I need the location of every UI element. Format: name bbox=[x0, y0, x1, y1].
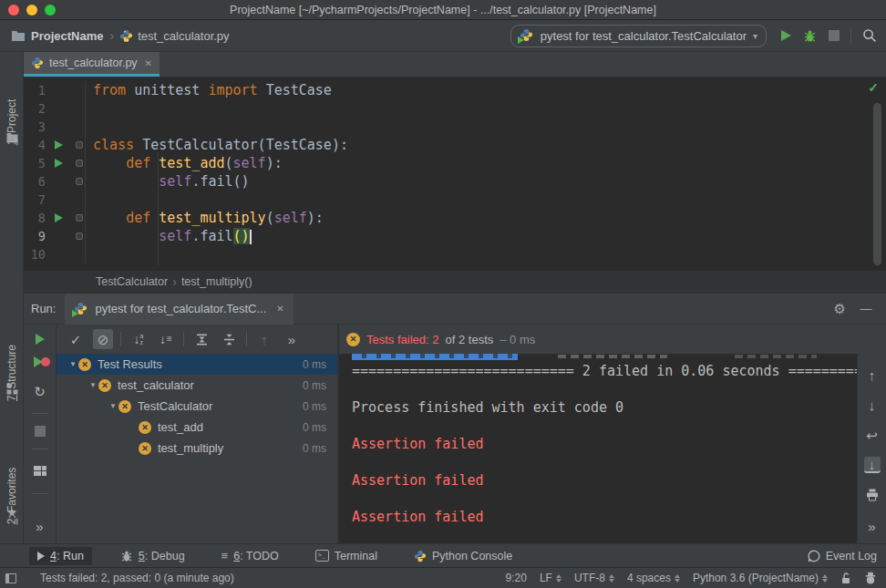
close-run-tab-icon[interactable]: ✕ bbox=[276, 304, 283, 314]
code-editor[interactable]: 1from unittest import TestCase234class T… bbox=[24, 77, 886, 271]
status-widget-python-3-6-projectname-[interactable]: Python 3.6 (ProjectName) bbox=[693, 572, 828, 584]
breadcrumb-class[interactable]: TestCalculator bbox=[96, 275, 168, 288]
status-widget-lf[interactable]: LF bbox=[540, 572, 561, 584]
editor-scrollbar[interactable] bbox=[873, 103, 881, 265]
event-log-bubble-icon bbox=[808, 550, 820, 562]
code-line-4[interactable]: 4class TestCalculator(TestCase): bbox=[24, 136, 886, 154]
run-tab[interactable]: pytest for test_calculator.TestC... ✕ bbox=[65, 294, 293, 325]
tree-expand-icon[interactable]: ▼ bbox=[88, 381, 98, 389]
test-tree-panel: ✓⊘↓az↓≡↑» ▼✕Test Results0 ms▼✕test_calcu… bbox=[57, 325, 337, 543]
search-everywhere-icon[interactable] bbox=[862, 28, 877, 43]
status-widget-utf-8[interactable]: UTF-8 bbox=[574, 572, 614, 584]
toolbar-button--todo[interactable]: ≡6: TODO bbox=[213, 546, 287, 565]
toolbar-button-label: 4: Run bbox=[50, 550, 84, 562]
more-actions-icon[interactable]: » bbox=[282, 329, 302, 349]
code-line-9[interactable]: 9 self.fail() bbox=[24, 227, 886, 245]
settings-gear-icon[interactable]: ⚙ bbox=[834, 301, 846, 317]
breadcrumb-file[interactable]: test_calculator.py bbox=[138, 29, 229, 43]
tests-failed-icon: ✕ bbox=[346, 333, 360, 346]
fold-marker-icon[interactable] bbox=[76, 141, 83, 149]
inspector-hector-icon[interactable] bbox=[864, 572, 877, 584]
run-button[interactable] bbox=[781, 30, 791, 41]
run-configuration-select[interactable]: pytest for test_calculator.TestCalculato… bbox=[510, 25, 767, 47]
restore-layout-icon[interactable] bbox=[30, 461, 50, 481]
fold-marker-icon[interactable] bbox=[76, 160, 83, 167]
tree-node-label: test_add bbox=[158, 420, 203, 434]
toolbar-button-python-console[interactable]: Python Console bbox=[406, 547, 520, 565]
fold-marker-icon[interactable] bbox=[76, 178, 83, 185]
previous-failed-test-icon: ↑ bbox=[254, 329, 274, 349]
code-line-1[interactable]: 1from unittest import TestCase bbox=[24, 81, 886, 99]
status-widget-label: LF bbox=[540, 572, 552, 584]
hide-panel-icon[interactable]: — bbox=[846, 302, 886, 315]
minimize-window-button[interactable] bbox=[26, 5, 37, 15]
debug-button[interactable] bbox=[803, 29, 817, 43]
toolbar-button-terminal[interactable]: >_Terminal bbox=[307, 547, 386, 565]
test-toolbar: ✓⊘↓az↓≡↑» bbox=[57, 325, 337, 354]
run-test-gutter-icon[interactable] bbox=[55, 213, 63, 222]
show-passed-icon[interactable]: ✓ bbox=[66, 329, 86, 349]
up-the-stack-trace-icon[interactable]: ↑ bbox=[862, 365, 882, 385]
code-line-2[interactable]: 2 bbox=[24, 99, 886, 118]
code-line-3[interactable]: 3 bbox=[24, 118, 886, 136]
sidebar-item-favorites[interactable]: 2: Favorites★ bbox=[0, 490, 24, 520]
toggle-toolwindows-icon[interactable] bbox=[5, 573, 16, 583]
run-test-gutter-icon[interactable] bbox=[55, 159, 63, 168]
event-log-button[interactable]: Event Log bbox=[808, 550, 877, 562]
sort-alphabetically-icon[interactable]: ↓az bbox=[129, 329, 149, 349]
code-text: self.fail() bbox=[86, 173, 250, 190]
breadcrumb-project[interactable]: ProjectName bbox=[31, 29, 103, 43]
tree-row-test_add[interactable]: ✕test_add0 ms bbox=[57, 417, 337, 438]
status-widget-9-20: 9:20 bbox=[506, 572, 527, 584]
tree-expand-icon[interactable]: ▼ bbox=[67, 360, 78, 368]
console-output[interactable]: =========================== 2 failed in … bbox=[339, 354, 857, 543]
fold-marker-icon[interactable] bbox=[76, 232, 83, 240]
tree-row-test_calculator[interactable]: ▼✕test_calculator0 ms bbox=[57, 375, 337, 396]
tree-row-test_multiply[interactable]: ✕test_multiply0 ms bbox=[57, 438, 337, 459]
soft-wrap-icon[interactable]: ↩ bbox=[862, 425, 882, 445]
run-test-gutter-icon[interactable] bbox=[55, 140, 63, 150]
tab-test-calculator[interactable]: test_calculator.py ✕ bbox=[24, 52, 160, 77]
code-area[interactable]: 1from unittest import TestCase234class T… bbox=[24, 77, 886, 263]
gutter: 10 bbox=[24, 245, 86, 263]
toolbar-button--run[interactable]: 4: Run bbox=[29, 547, 92, 565]
rerun-failed-tests-icon[interactable] bbox=[34, 356, 46, 369]
tree-expand-icon[interactable]: ▼ bbox=[108, 402, 118, 410]
code-line-6[interactable]: 6 self.fail() bbox=[24, 172, 886, 191]
fold-marker-icon[interactable] bbox=[76, 214, 83, 222]
collapse-all-icon[interactable] bbox=[219, 329, 239, 349]
pytest-icon bbox=[520, 28, 534, 43]
code-line-8[interactable]: 8 def test_multiply(self): bbox=[24, 209, 886, 227]
toolbar-button--debug[interactable]: 5: Debug bbox=[112, 547, 193, 565]
code-line-10[interactable]: 10 bbox=[24, 245, 886, 263]
unlock-icon[interactable] bbox=[840, 572, 851, 584]
status-message: Tests failed: 2, passed: 0 (a minute ago… bbox=[40, 572, 234, 584]
rerun-tests-icon[interactable] bbox=[36, 334, 45, 345]
expand-all-icon[interactable] bbox=[191, 329, 211, 349]
close-tab-icon[interactable]: ✕ bbox=[145, 58, 152, 68]
down-the-stack-trace-icon[interactable]: ↓ bbox=[862, 395, 882, 415]
scroll-to-end-icon[interactable]: ↓ bbox=[864, 457, 881, 473]
sidebar-item-structure[interactable]: 7: Structure bbox=[0, 366, 24, 397]
more-icon[interactable]: » bbox=[862, 516, 882, 536]
separator bbox=[32, 493, 48, 494]
tree-row-test-results[interactable]: ▼✕Test Results0 ms bbox=[57, 354, 337, 375]
toggle-auto-test-icon[interactable]: ↻ bbox=[30, 381, 50, 401]
separator bbox=[246, 332, 247, 346]
run-icon bbox=[37, 552, 45, 561]
tree-row-testcalculator[interactable]: ▼✕TestCalculator0 ms bbox=[57, 396, 337, 417]
sidebar-item-project[interactable]: 1: Project bbox=[0, 116, 24, 146]
zoom-window-button[interactable] bbox=[45, 5, 56, 15]
status-widget-4-spaces[interactable]: 4 spaces bbox=[627, 572, 680, 584]
more-options-icon[interactable]: » bbox=[30, 516, 50, 536]
sort-by-duration-icon[interactable]: ↓≡ bbox=[156, 329, 176, 349]
show-ignored-icon[interactable]: ⊘ bbox=[93, 329, 113, 349]
close-window-button[interactable] bbox=[8, 5, 19, 15]
text-caret bbox=[250, 230, 252, 244]
breadcrumb-method[interactable]: test_multiply() bbox=[181, 275, 252, 288]
code-line-7[interactable]: 7 bbox=[24, 191, 886, 209]
main-column: test_calculator.py ✕ 1from unittest impo… bbox=[24, 52, 886, 543]
toolbar-button-label: Terminal bbox=[335, 550, 377, 562]
print-icon[interactable] bbox=[862, 485, 882, 505]
code-line-5[interactable]: 5 def test_add(self): bbox=[24, 154, 886, 172]
